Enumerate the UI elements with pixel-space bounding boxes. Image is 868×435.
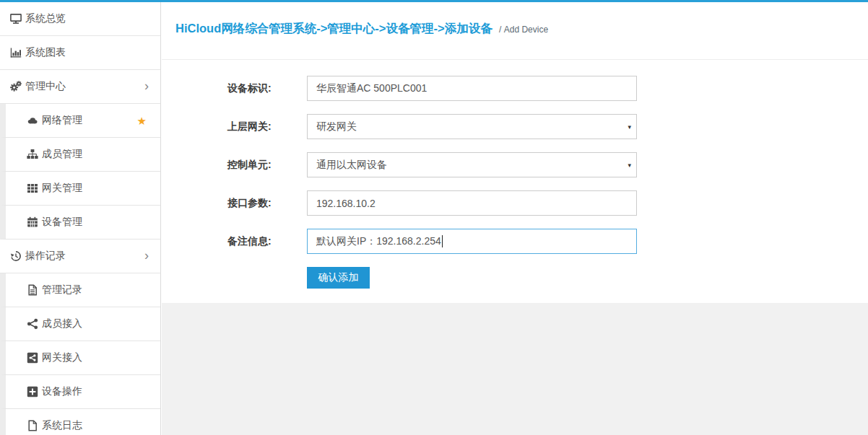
field-wrap-interface-params: 192.168.10.2: [307, 190, 637, 216]
sidebar-item-label: 网络管理: [42, 114, 82, 127]
device-id-input[interactable]: 华辰智通AC 500PLC001: [307, 76, 637, 101]
upper-gateway-select[interactable]: 研发网关: [307, 114, 637, 139]
field-label-interface-params: 接口参数:: [227, 197, 307, 210]
history-icon: [9, 250, 22, 262]
confirm-add-button[interactable]: 确认添加: [307, 267, 370, 289]
sidebar-item-label: 网关接入: [42, 351, 82, 364]
breadcrumb: HiCloud网络综合管理系统->管理中心->设备管理->添加设备 / Add …: [162, 2, 868, 60]
sidebar-item-gateway-access[interactable]: 网关接入: [0, 341, 160, 375]
form-row-control-unit: 控制单元:通用以太网设备▾: [162, 152, 868, 177]
add-device-form: 设备标识:华辰智通AC 500PLC001上层网关:研发网关▾控制单元:通用以太…: [162, 60, 868, 303]
chevron-right-icon: ›: [144, 79, 149, 92]
cloud-icon: [26, 115, 38, 126]
sidebar-item-label: 操作记录: [25, 250, 66, 263]
sidebar-item-gateway-management[interactable]: 网关管理: [0, 172, 160, 206]
sidebar-item-device-operations[interactable]: 设备操作: [0, 375, 160, 409]
sidebar-item-label: 系统图表: [25, 46, 66, 59]
calendar-icon: [26, 216, 38, 228]
bar-chart-icon: [9, 47, 22, 58]
sidebar-item-label: 管理记录: [42, 284, 82, 296]
page-background: [162, 303, 868, 435]
form-row-upper-gateway: 上层网关:研发网关▾: [162, 114, 868, 139]
sidebar-item-label: 系统日志: [42, 419, 82, 432]
sidebar-item-label: 网关管理: [42, 182, 82, 195]
sidebar-item-label: 成员接入: [42, 317, 82, 330]
text-cursor: [442, 235, 443, 247]
field-value: 192.168.10.2: [316, 198, 376, 209]
remark-info-input[interactable]: 默认网关IP：192.168.2.254: [307, 229, 637, 254]
sidebar-item-member-access[interactable]: 成员接入: [0, 307, 160, 341]
chevron-down-icon: ▾: [628, 162, 631, 168]
form-row-interface-params: 接口参数:192.168.10.2: [162, 190, 868, 216]
form-row-remark-info: 备注信息:默认网关IP：192.168.2.254: [162, 229, 868, 254]
field-label-control-unit: 控制单元:: [227, 159, 307, 172]
top-accent-bar: [0, 0, 868, 2]
chevron-down-icon: ▾: [628, 123, 631, 130]
field-value: 研发网关: [316, 120, 357, 133]
sidebar-item-label: 系统总览: [25, 12, 66, 25]
field-wrap-control-unit: 通用以太网设备▾: [307, 152, 637, 177]
sitemap-icon: [26, 149, 38, 160]
interface-params-input[interactable]: 192.168.10.2: [307, 190, 637, 216]
sidebar-item-management-center[interactable]: 管理中心›: [0, 70, 160, 104]
share-square-icon: [26, 352, 38, 364]
sidebar-item-network-management[interactable]: 网络管理★: [0, 104, 160, 138]
share-nodes-icon: [26, 318, 38, 330]
sidebar-item-member-management[interactable]: 成员管理: [0, 138, 160, 172]
breadcrumb-subtitle: / Add Device: [499, 25, 548, 35]
sidebar-item-system-overview[interactable]: 系统总览: [0, 2, 160, 36]
sidebar-item-label: 管理中心: [25, 80, 66, 93]
main-content: HiCloud网络综合管理系统->管理中心->设备管理->添加设备 / Add …: [162, 2, 868, 435]
sidebar: 系统总览系统图表管理中心›网络管理★成员管理网关管理设备管理操作记录›管理记录成…: [0, 2, 161, 435]
sidebar-item-system-logs[interactable]: 系统日志: [0, 409, 160, 435]
sidebar-item-label: 成员管理: [42, 148, 82, 161]
field-wrap-device-id: 华辰智通AC 500PLC001: [307, 76, 637, 101]
sidebar-item-operation-records[interactable]: 操作记录›: [0, 240, 160, 273]
field-label-remark-info: 备注信息:: [227, 235, 307, 248]
file-text-icon: [26, 284, 38, 296]
cogs-icon: [9, 81, 22, 92]
sidebar-item-system-charts[interactable]: 系统图表: [0, 36, 160, 70]
control-unit-select[interactable]: 通用以太网设备: [307, 152, 637, 177]
favorite-star-icon[interactable]: ★: [137, 115, 147, 126]
field-wrap-remark-info: 默认网关IP：192.168.2.254: [307, 229, 637, 254]
field-value: 华辰智通AC 500PLC001: [316, 82, 427, 95]
breadcrumb-path: HiCloud网络综合管理系统->管理中心->设备管理->添加设备: [175, 22, 492, 35]
field-value: 通用以太网设备: [316, 159, 387, 172]
file-icon: [26, 420, 38, 431]
field-label-upper-gateway: 上层网关:: [227, 120, 307, 133]
desktop-icon: [9, 13, 22, 25]
sidebar-item-label: 设备管理: [42, 216, 82, 229]
plus-square-icon: [26, 386, 38, 397]
form-row-device-id: 设备标识:华辰智通AC 500PLC001: [162, 76, 868, 101]
sidebar-item-management-records[interactable]: 管理记录: [0, 273, 160, 307]
field-value: 默认网关IP：192.168.2.254: [316, 235, 441, 248]
sidebar-item-device-management[interactable]: 设备管理: [0, 206, 160, 240]
chevron-right-icon: ›: [144, 249, 149, 262]
sidebar-item-label: 设备操作: [42, 385, 82, 398]
field-wrap-upper-gateway: 研发网关▾: [307, 114, 637, 139]
grid-icon: [26, 183, 38, 194]
field-label-device-id: 设备标识:: [227, 82, 307, 95]
